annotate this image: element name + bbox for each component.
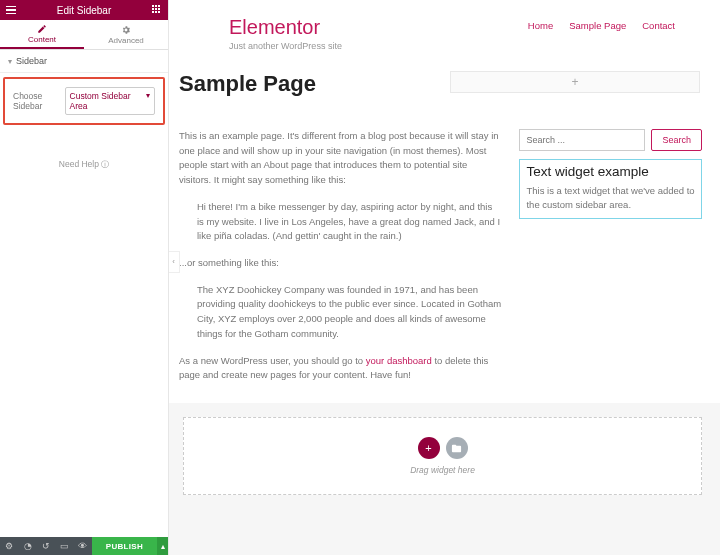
text-widget-body: This is a text widget that we've added t… <box>520 184 701 218</box>
panel-footer: ⚙ ◔ ↺ ▭ 👁 PUBLISH ▴ <box>0 537 168 555</box>
pencil-icon <box>37 24 47 34</box>
text-widget-title: Text widget example <box>520 160 701 184</box>
publish-options-icon[interactable]: ▴ <box>157 537 168 555</box>
paragraph-3: As a new WordPress user, you should go t… <box>179 354 501 383</box>
tab-content[interactable]: Content <box>0 20 84 49</box>
intro-paragraph: This is an example page. It's different … <box>179 129 501 188</box>
sidebar-widget-area: Search Text widget example This is a tex… <box>519 129 702 395</box>
tab-advanced[interactable]: Advanced <box>84 20 168 49</box>
editor-panel: Edit Sidebar Content Advanced Sidebar Ch… <box>0 0 169 555</box>
panel-header: Edit Sidebar <box>0 0 168 20</box>
preview-area: Elementor Just another WordPress site Ho… <box>169 0 720 555</box>
search-button[interactable]: Search <box>651 129 702 151</box>
choose-sidebar-control: Choose Sidebar Custom Sidebar Area <box>3 77 165 125</box>
quote-1: Hi there! I'm a bike messenger by day, a… <box>197 200 501 244</box>
search-widget: Search <box>519 129 702 151</box>
footer-responsive-icon[interactable]: ▭ <box>55 537 73 555</box>
apps-icon[interactable] <box>152 5 162 15</box>
template-folder-icon[interactable] <box>446 437 468 459</box>
choose-sidebar-label: Choose Sidebar <box>13 91 65 111</box>
footer-history-icon[interactable]: ↺ <box>37 537 55 555</box>
nav-home[interactable]: Home <box>528 20 553 31</box>
page-title-row: Sample Page + <box>169 61 720 109</box>
site-nav: Home Sample Page Contact <box>528 16 690 31</box>
search-input[interactable] <box>519 129 645 151</box>
footer-preview-icon[interactable]: 👁 <box>73 537 91 555</box>
publish-button[interactable]: PUBLISH <box>92 537 157 555</box>
dashboard-link[interactable]: your dashboard <box>366 355 432 366</box>
nav-contact[interactable]: Contact <box>642 20 675 31</box>
text-widget: Text widget example This is a text widge… <box>519 159 702 219</box>
site-tagline: Just another WordPress site <box>229 41 342 51</box>
quote-2: The XYZ Doohickey Company was founded in… <box>197 283 501 342</box>
dropzone-text: Drag widget here <box>410 465 475 475</box>
site-brand: Elementor Just another WordPress site <box>229 16 342 51</box>
panel-tabs: Content Advanced <box>0 20 168 50</box>
site-header: Elementor Just another WordPress site Ho… <box>169 0 720 61</box>
need-help-link[interactable]: Need Help <box>0 159 168 170</box>
site-title: Elementor <box>229 16 342 39</box>
footer-settings-icon[interactable]: ⚙ <box>0 537 18 555</box>
choose-sidebar-select[interactable]: Custom Sidebar Area <box>65 87 155 115</box>
panel-collapse-icon[interactable]: ‹ <box>169 251 180 273</box>
content-wrap: ‹ This is an example page. It's differen… <box>169 109 720 403</box>
section-sidebar-toggle[interactable]: Sidebar <box>0 50 168 73</box>
add-widget-icon[interactable]: + <box>418 437 440 459</box>
gear-icon <box>121 25 131 35</box>
footer-navigator-icon[interactable]: ◔ <box>18 537 36 555</box>
page-title: Sample Page <box>179 71 440 97</box>
paragraph-2: ...or something like this: <box>179 256 501 271</box>
panel-title: Edit Sidebar <box>0 5 168 16</box>
add-section-placeholder[interactable]: + <box>450 71 700 93</box>
widget-dropzone[interactable]: + Drag widget here <box>183 417 702 495</box>
main-content: ‹ This is an example page. It's differen… <box>179 129 501 395</box>
nav-sample-page[interactable]: Sample Page <box>569 20 626 31</box>
